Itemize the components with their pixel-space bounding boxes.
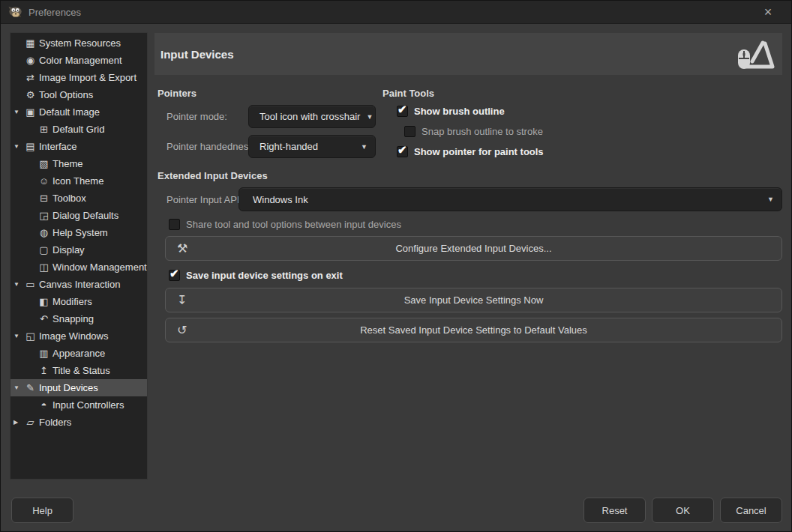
sidebar-item-theme[interactable]: ▧Theme [10,155,147,172]
help-button[interactable]: Help [11,498,74,523]
titlebar[interactable]: Preferences × [1,1,791,24]
configure-extended-input-devices-button[interactable]: ⚒ Configure Extended Input Devices... [165,236,782,261]
checkmark-icon: ✔ [398,103,407,116]
sidebar-item-label: Image Import & Export [39,72,136,83]
pointer-handedness-value: Right-handed [260,141,318,152]
pointer-handedness-label: Pointer handedness: [166,141,256,152]
cancel-button[interactable]: Cancel [720,498,782,523]
sidebar-item-title-status[interactable]: ↥Title & Status [10,362,147,379]
save-input-device-settings-now-button[interactable]: ↧ Save Input Device Settings Now [165,288,782,312]
sidebar-item-appearance[interactable]: ▥Appearance [10,345,147,362]
chevron-down-icon[interactable]: ▼ [14,109,24,115]
sidebar-item-canvas-interaction[interactable]: ▼▭Canvas Interaction [10,276,147,293]
pointer-mode-label: Pointer mode: [166,111,227,122]
pointer-handedness-select[interactable]: Right-handed ▼ [248,135,376,158]
sidebar-item-default-grid[interactable]: ⊞Default Grid [10,121,147,138]
sidebar-item-label: Window Management [52,262,147,273]
sidebar-item-label: Tool Options [39,89,93,100]
share-checkbox-slot: Share tool and tool options between inpu… [169,218,401,231]
sidebar-item-display[interactable]: ▢Display [10,241,147,259]
pointer-mode-select[interactable]: Tool icon with crosshair ▼ [248,105,376,128]
theme-icon: ▧ [38,158,50,169]
sidebar-item-window-management[interactable]: ◫Window Management [10,259,147,276]
sidebar-item-label: Default Grid [52,124,104,135]
checkbox-label: Show brush outline [414,106,505,117]
checkbox-show-brush-outline[interactable]: ✔Show brush outline [397,105,544,118]
checkbox-save-input-device-settings-on-exit[interactable]: ✔Save input device settings on exit [169,269,343,282]
sidebar-item-tool-options[interactable]: ⚙Tool Options [10,86,147,103]
sidebar-item-folders[interactable]: ▶▱Folders [10,414,147,431]
sidebar-item-color-management[interactable]: ◉Color Management [10,52,147,69]
sidebar-item-snapping[interactable]: ↶Snapping [10,310,147,327]
sidebar-item-interface[interactable]: ▼▤Interface [10,138,147,155]
unchecked-checkbox-icon[interactable] [169,219,180,230]
modifiers-icon: ◧ [38,296,50,307]
toolbox-icon: ⊟ [38,193,50,204]
checkbox-snap-brush-outline-to-stroke[interactable]: Snap brush outline to stroke [404,125,544,138]
sidebar-item-label: Theme [52,158,82,169]
sidebar-item-label: System Resources [39,37,121,49]
checkbox-label: Share tool and tool options between inpu… [186,219,401,230]
window-management-icon: ◫ [38,262,50,273]
checkbox-show-pointer-for-paint-tools[interactable]: ✔Show pointer for paint tools [397,145,544,158]
checkbox-share-tool-and-tool-options[interactable]: Share tool and tool options between inpu… [169,218,401,231]
checked-checkbox-icon[interactable]: ✔ [169,270,180,281]
pointer-input-api-select[interactable]: Windows Ink ▼ [238,187,782,211]
configure-tools-icon: ⚒ [177,241,188,256]
reset-button[interactable]: Reset [584,498,646,523]
reset-button-label: Reset [602,505,628,516]
color-management-icon: ◉ [24,55,37,66]
pointer-input-api-label: Pointer Input API: [166,194,242,205]
sidebar-item-toolbox[interactable]: ⊟Toolbox [10,190,147,207]
sidebar-item-image-windows[interactable]: ▼◱Image Windows [10,327,147,345]
checked-checkbox-icon[interactable]: ✔ [397,106,408,117]
sidebar-item-modifiers[interactable]: ◧Modifiers [10,293,147,310]
sidebar-item-icon-theme[interactable]: ☺Icon Theme [10,172,147,190]
sidebar-item-label: Toolbox [52,193,86,204]
close-icon[interactable]: × [758,2,778,22]
sidebar-item-label: Modifiers [52,296,92,307]
configure-extended-input-devices-label: Configure Extended Input Devices... [395,243,551,254]
chevron-right-icon[interactable]: ▶ [14,419,24,426]
paint-tools-checkbox-list: ✔Show brush outlineSnap brush outline to… [397,105,544,166]
sidebar-item-image-import-export[interactable]: ⇄Image Import & Export [10,69,147,86]
folders-icon: ▱ [24,417,37,428]
unchecked-checkbox-icon[interactable] [404,126,416,137]
default-grid-icon: ⊞ [38,124,50,135]
reset-saved-input-device-settings-button[interactable]: ↺ Reset Saved Input Device Settings to D… [165,318,782,342]
ok-button-label: OK [676,505,690,516]
sidebar-item-label: Snapping [52,313,94,324]
sidebar-item-default-image[interactable]: ▼▣Default Image [10,103,147,121]
sidebar-item-label: Canvas Interaction [39,279,120,290]
pointer-input-api-value: Windows Ink [253,194,308,205]
checked-checkbox-icon[interactable]: ✔ [397,146,408,157]
chevron-down-icon[interactable]: ▼ [14,384,24,391]
sidebar-item-input-controllers[interactable]: ◓Input Controllers [10,396,147,414]
checkmark-icon: ✔ [170,267,179,280]
sidebar-item-label: Dialog Defaults [52,210,118,221]
sidebar-item-input-devices[interactable]: ▼✎Input Devices [10,379,147,396]
checkbox-label: Snap brush outline to stroke [422,126,543,137]
page-header: Input Devices [154,33,782,75]
tool-options-icon: ⚙ [24,89,37,100]
chevron-down-icon: ▼ [355,143,368,151]
sidebar-item-label: Help System [52,227,108,238]
paint-tools-heading: Paint Tools [382,88,434,99]
chevron-down-icon[interactable]: ▼ [14,333,24,339]
checkmark-icon: ✔ [398,143,407,157]
page-title: Input Devices [160,48,234,61]
input-devices-icon [737,37,775,71]
chevron-down-icon: ▼ [360,113,373,121]
chevron-down-icon[interactable]: ▼ [14,281,24,288]
sidebar-item-system-resources[interactable]: ▦System Resources [10,34,147,52]
chevron-down-icon[interactable]: ▼ [14,143,24,150]
sidebar-item-dialog-defaults[interactable]: ◲Dialog Defaults [10,207,147,224]
sidebar-item-label: Display [52,244,85,256]
help-system-icon: ◍ [38,227,50,238]
default-image-icon: ▣ [24,106,37,118]
sidebar-item-label: Interface [39,141,77,152]
help-button-label: Help [32,505,52,516]
ok-button[interactable]: OK [652,498,714,523]
sidebar-item-help-system[interactable]: ◍Help System [10,224,147,241]
sidebar-item-label: Image Windows [39,330,108,342]
